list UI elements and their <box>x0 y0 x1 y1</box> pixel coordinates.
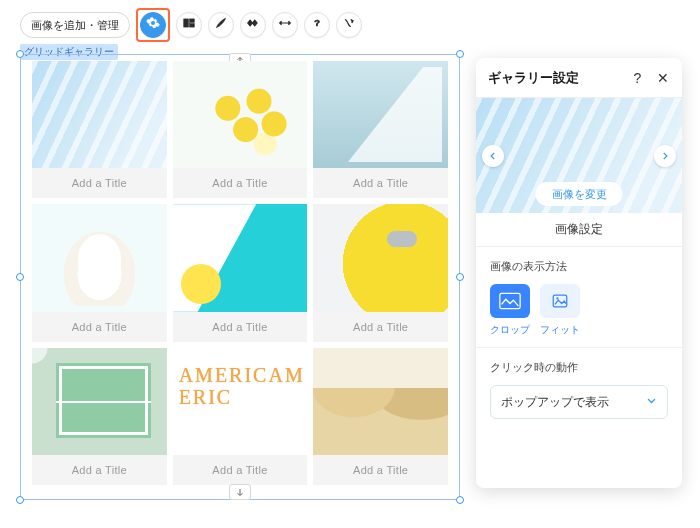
gallery-caption: Add a Title <box>313 455 448 485</box>
gallery-thumb <box>313 348 448 455</box>
panel-header-actions: ? ✕ <box>630 71 670 85</box>
animation-icon <box>246 16 260 34</box>
click-action-label: クリック時の動作 <box>490 360 668 375</box>
gallery-item[interactable]: Add a Title <box>313 348 448 485</box>
panel-header: ギャラリー設定 ? ✕ <box>476 58 682 98</box>
gallery-item[interactable]: Add a Title <box>313 204 448 341</box>
stretch-button[interactable] <box>272 12 298 38</box>
close-icon: ✕ <box>657 70 669 86</box>
svg-rect-4 <box>500 293 520 308</box>
settings-button-highlight <box>136 8 170 42</box>
panel-title: ギャラリー設定 <box>488 69 579 87</box>
gallery-item[interactable]: Add a Title <box>173 61 308 198</box>
click-action-section: クリック時の動作 ポップアップで表示 <box>476 348 682 429</box>
svg-rect-2 <box>190 24 195 27</box>
editor-toolbar: 画像を追加・管理 ? <box>20 8 362 42</box>
display-method-label: 画像の表示方法 <box>490 259 668 274</box>
resize-handle[interactable] <box>456 496 464 504</box>
add-manage-images-button[interactable]: 画像を追加・管理 <box>20 12 130 38</box>
gallery-thumb <box>173 61 308 168</box>
panel-close-button[interactable]: ✕ <box>655 71 670 85</box>
gallery-item[interactable]: Add a Title <box>32 61 167 198</box>
svg-text:?: ? <box>314 18 320 28</box>
svg-rect-1 <box>190 19 195 23</box>
design-button[interactable] <box>208 12 234 38</box>
gallery-caption: Add a Title <box>32 168 167 198</box>
gallery-item[interactable]: Add a Title <box>173 204 308 341</box>
gallery-thumb <box>313 61 448 168</box>
gallery-selection[interactable]: Add a Title Add a Title Add a Title Add … <box>20 54 460 500</box>
gallery-item[interactable]: Add a Title <box>313 61 448 198</box>
click-action-select[interactable]: ポップアップで表示 <box>490 385 668 419</box>
gallery-settings-panel: ギャラリー設定 ? ✕ 画像を変更 画像設定 画像の表示方法 クロップ フィット <box>476 58 682 488</box>
change-image-button[interactable]: 画像を変更 <box>536 182 623 206</box>
more-button[interactable] <box>336 12 362 38</box>
click-action-value: ポップアップで表示 <box>501 394 609 411</box>
gallery-thumb <box>32 348 167 455</box>
resize-handle[interactable] <box>456 273 464 281</box>
help-icon: ? <box>634 70 642 86</box>
connect-icon <box>342 16 356 34</box>
stretch-icon <box>278 16 292 34</box>
crop-icon <box>490 284 530 318</box>
resize-handle[interactable] <box>16 496 24 504</box>
layout-icon <box>182 16 196 34</box>
gallery-item[interactable]: Add a Title <box>32 204 167 341</box>
resize-handle[interactable] <box>16 50 24 58</box>
stretch-handle-icon <box>234 483 246 501</box>
display-method-section: 画像の表示方法 クロップ フィット <box>476 247 682 348</box>
gear-icon <box>146 16 160 34</box>
gallery-thumb <box>173 204 308 311</box>
gallery-caption: Add a Title <box>173 312 308 342</box>
gallery-thumb <box>173 348 308 455</box>
help-button[interactable]: ? <box>304 12 330 38</box>
prev-image-button[interactable] <box>482 145 504 167</box>
brush-icon <box>214 16 228 34</box>
gallery-caption: Add a Title <box>313 168 448 198</box>
svg-point-6 <box>556 297 558 299</box>
gallery-caption: Add a Title <box>173 455 308 485</box>
panel-subhead: 画像設定 <box>476 213 682 247</box>
settings-button[interactable] <box>140 12 166 38</box>
animation-button[interactable] <box>240 12 266 38</box>
image-preview: 画像を変更 <box>476 98 682 213</box>
crop-label: クロップ <box>490 323 530 337</box>
gallery-thumb <box>313 204 448 311</box>
next-image-button[interactable] <box>654 145 676 167</box>
resize-handle[interactable] <box>456 50 464 58</box>
display-option-crop[interactable]: クロップ <box>490 284 530 337</box>
gallery-thumb <box>32 61 167 168</box>
display-option-fit[interactable]: フィット <box>540 284 580 337</box>
help-icon: ? <box>310 16 324 34</box>
chevron-down-icon <box>646 395 657 409</box>
svg-rect-0 <box>184 19 189 27</box>
chevron-right-icon <box>660 147 670 165</box>
gallery-caption: Add a Title <box>173 168 308 198</box>
fit-label: フィット <box>540 323 580 337</box>
panel-help-button[interactable]: ? <box>630 71 645 85</box>
gallery-caption: Add a Title <box>32 312 167 342</box>
gallery-item[interactable]: Add a Title <box>173 348 308 485</box>
chevron-left-icon <box>488 147 498 165</box>
gallery-thumb <box>32 204 167 311</box>
gallery-caption: Add a Title <box>313 312 448 342</box>
resize-handle[interactable] <box>16 273 24 281</box>
stretch-handle-bottom[interactable] <box>229 484 251 500</box>
gallery-grid: Add a Title Add a Title Add a Title Add … <box>32 61 448 485</box>
gallery-item[interactable]: Add a Title <box>32 348 167 485</box>
gallery-caption: Add a Title <box>32 455 167 485</box>
layout-button[interactable] <box>176 12 202 38</box>
fit-icon <box>540 284 580 318</box>
